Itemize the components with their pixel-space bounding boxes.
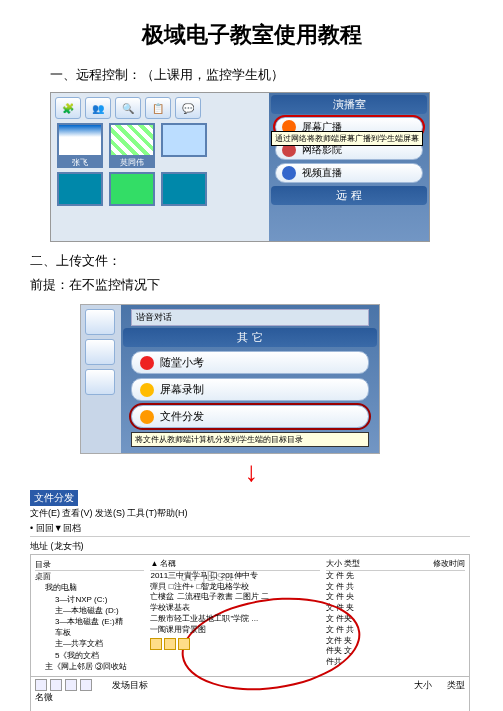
arrow-down-icon: ↓ (30, 456, 473, 488)
section2-heading: 二、上传文件： (30, 252, 473, 270)
tree-item[interactable]: 3—讨NXP (C:) (35, 594, 144, 605)
nav-toolbar[interactable]: • 回回▼回档 (30, 521, 470, 537)
student-thumb[interactable] (109, 172, 155, 206)
quiz-item[interactable]: 随堂小考 (131, 351, 369, 374)
toolbar-button[interactable] (85, 309, 115, 335)
menubar[interactable]: 文件(E) 查看(V) 发送(S) 工具(T)帮助(H) (30, 506, 470, 521)
meta-row: 文 件 共 (326, 625, 465, 636)
premise-text: 前提：在不监控情况下 (30, 276, 473, 294)
window-title: 文件分发 (30, 490, 78, 506)
bottom-pane: 名微 发场目标 大小 类型 (30, 677, 470, 711)
col-target: 发场目标 (112, 679, 148, 692)
folder-tree[interactable]: 目录 桌面我的电脑3—讨NXP (C:)主—本地磁盘 (D:)3—本地磁盘 (E… (35, 559, 144, 672)
dialog-title: 谐音对话 (131, 309, 369, 326)
folder-icon (164, 638, 176, 650)
list-item[interactable]: 学校课基表 (150, 603, 319, 614)
shot1-left-pane: 🧩 👥 🔍 📋 💬 张飞 莫同伟 (51, 93, 269, 241)
record-icon (140, 383, 154, 397)
student-thumb[interactable]: 莫同伟 (109, 123, 155, 168)
toolbar-button[interactable]: 👥 (85, 97, 111, 119)
screen-record-item[interactable]: 屏幕录制 (131, 378, 369, 401)
file-list[interactable]: ctl jBsa ▲名稱 2011三中青学马 口 201伸中专彈貝 □注件+ □… (150, 559, 319, 672)
screenshot-file-dialog: 文件分发 文件(E) 查看(V) 发送(S) 工具(T)帮助(H) • 回回▼回… (30, 490, 470, 711)
tree-item[interactable]: 主—共享文档 (35, 638, 144, 649)
file-distribute-item[interactable]: 文件分发 (131, 405, 369, 428)
student-thumb[interactable] (161, 172, 207, 206)
list-item[interactable]: 2011三中青学马 口 201伸中专 (150, 571, 319, 582)
toolbar-button[interactable] (85, 369, 115, 395)
panel-header-other: 其 它 (123, 328, 377, 347)
section1-heading: 一、远程控制：（上课用，监控学生机） (50, 66, 473, 84)
tree-item[interactable]: 车板 (35, 627, 144, 638)
panel-header-remote: 远 程 (271, 186, 427, 205)
video-live-item[interactable]: 视频直播 (275, 163, 423, 183)
meta-row: 文 件 央 (326, 592, 465, 603)
list-item[interactable]: 一陶课用背景图 (150, 625, 319, 636)
file-icon (140, 410, 154, 424)
col-time: 修改时间 (433, 559, 465, 570)
screenshot-file-distribute: 谐音对话 其 它 随堂小考 屏幕录制 文件分发 将文件从教师端计算机分发到学生端… (80, 304, 380, 454)
shot1-right-panel: 演播室 屏幕广播 通过网络将教师端屏幕广播到学生端屏幕 网络影院 视频直播 远 … (269, 93, 429, 241)
tree-header: 目录 (35, 559, 144, 571)
meta-row: 件夹 文 (326, 646, 465, 657)
tree-item[interactable]: 3—本地磁盘 (E:)精 (35, 616, 144, 627)
toolbar-button[interactable] (85, 339, 115, 365)
list-item[interactable]: 二般市轻工业基地工职"学院 ... (150, 614, 319, 625)
tree-item[interactable]: 5《我的文档 (35, 650, 144, 661)
student-thumb[interactable] (57, 172, 103, 206)
meta-row: 文 件 先 (326, 571, 465, 582)
student-thumb[interactable] (161, 123, 207, 168)
screenshot-remote-control: 🧩 👥 🔍 📋 💬 张飞 莫同伟 (50, 92, 430, 242)
bottom-toolbar[interactable] (35, 679, 92, 691)
toolbar-button[interactable]: 💬 (175, 97, 201, 119)
panel-header-studio: 演播室 (271, 95, 427, 114)
toolbar-button[interactable]: 🧩 (55, 97, 81, 119)
col-size: 大小 (414, 680, 432, 690)
meta-row: 文 件 夹 (326, 603, 465, 614)
address-label: 地址 (30, 541, 48, 551)
meta-row: 文 件 共 (326, 582, 465, 593)
tooltip: 将文件从教师端计算机分发到学生端的目标目录 (131, 432, 369, 447)
col-size-type: 大小 类型 (326, 559, 360, 570)
tooltip: 通过网络将教师端屏幕广播到学生端屏幕 (271, 131, 423, 146)
tree-item[interactable]: 桌面 (35, 571, 144, 582)
shot2-panel: 谐音对话 其 它 随堂小考 屏幕录制 文件分发 将文件从教师端计算机分发到学生端… (121, 305, 379, 453)
col-name: 名稱 (160, 559, 176, 570)
tree-item[interactable]: 主《网上邻居 ③回收站 (35, 661, 144, 672)
col-name: 名微 (35, 691, 92, 704)
folder-icon (178, 638, 190, 650)
toolbar-button[interactable]: 🔍 (115, 97, 141, 119)
tree-item[interactable]: 我的电脑 (35, 582, 144, 593)
address-value: (龙女书) (51, 541, 84, 551)
student-thumb[interactable]: 张飞 (57, 123, 103, 168)
page-title: 极域电子教室使用教程 (30, 20, 473, 50)
meta-row: 文件 夹 (326, 636, 465, 647)
file-meta: 大小 类型 修改时间 文 件 先文 件 共文 件 央文 件 夹文 件夹文 件 共… (326, 559, 465, 672)
list-item[interactable]: 彈貝 □注件+ □智龙电格学校 (150, 582, 319, 593)
meta-row: 文 件夹 (326, 614, 465, 625)
shot2-toolbar (81, 305, 121, 453)
col-type: 类型 (447, 680, 465, 690)
list-item[interactable]: 亡樓盆 二流程电子教書 二图片 二 (150, 592, 319, 603)
camera-icon (282, 166, 296, 180)
meta-row: 件共 (326, 657, 465, 668)
quiz-icon (140, 356, 154, 370)
tree-item[interactable]: 主—本地磁盘 (D:) (35, 605, 144, 616)
toolbar-button[interactable]: 📋 (145, 97, 171, 119)
folder-icon (150, 638, 162, 650)
